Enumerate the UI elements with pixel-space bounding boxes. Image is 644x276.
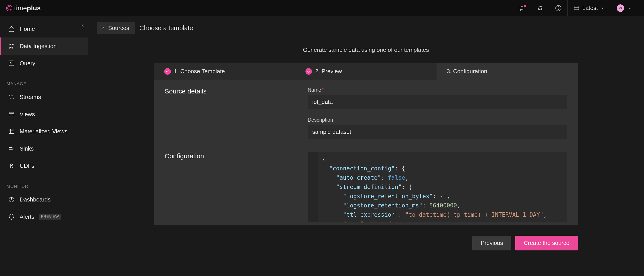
streams-icon bbox=[8, 93, 15, 101]
page-subtitle: Generate sample data using one of our te… bbox=[97, 46, 635, 53]
back-to-sources-button[interactable]: Sources bbox=[97, 22, 135, 34]
sidebar-item-udfs[interactable]: UDFs bbox=[0, 157, 88, 174]
svg-point-8 bbox=[12, 44, 14, 45]
step-preview[interactable]: 2. Preview bbox=[295, 63, 436, 80]
editor-gutter bbox=[308, 152, 318, 223]
logo-text: timeplus bbox=[14, 4, 41, 12]
sidebar-item-label: Views bbox=[20, 111, 35, 118]
sidebar-item-query[interactable]: Query bbox=[0, 55, 88, 72]
svg-rect-12 bbox=[9, 129, 14, 134]
chevron-left-icon bbox=[101, 26, 105, 30]
create-source-button[interactable]: Create the source bbox=[515, 236, 578, 251]
chevron-down-icon bbox=[628, 6, 632, 10]
svg-rect-6 bbox=[574, 6, 579, 9]
svg-rect-11 bbox=[9, 112, 14, 116]
editor-content: { "connection_config": { "auto_create": … bbox=[318, 152, 567, 223]
sidebar-item-label: Dashboards bbox=[20, 196, 50, 203]
step-choose-template[interactable]: 1. Choose Template bbox=[154, 63, 295, 80]
name-input[interactable] bbox=[308, 95, 567, 109]
check-icon bbox=[306, 68, 312, 75]
workspace-icon bbox=[574, 5, 580, 11]
udfs-icon bbox=[8, 162, 15, 170]
logo-icon bbox=[6, 5, 12, 11]
back-label: Sources bbox=[108, 25, 129, 31]
svg-rect-3 bbox=[538, 9, 540, 10]
svg-rect-1 bbox=[540, 6, 542, 7]
workspace-name: Latest bbox=[582, 5, 598, 11]
alerts-icon bbox=[8, 213, 15, 221]
slack-icon bbox=[537, 5, 543, 11]
step-label: 2. Preview bbox=[315, 68, 342, 75]
chevron-left-icon bbox=[80, 23, 86, 27]
step-label: 3. Configuration bbox=[447, 68, 487, 75]
chevron-down-icon bbox=[600, 6, 605, 10]
workspace-selector[interactable]: Latest bbox=[568, 0, 611, 16]
sidebar-item-alerts[interactable]: Alerts PREVIEW bbox=[0, 208, 88, 225]
sidebar-item-dashboards[interactable]: Dashboards bbox=[0, 191, 88, 208]
sidebar-item-streams[interactable]: Streams bbox=[0, 88, 88, 106]
sidebar-item-label: UDFs bbox=[20, 162, 34, 169]
sidebar-item-label: Materialized Views bbox=[20, 128, 67, 135]
sidebar-section-monitor: MONITOR bbox=[0, 181, 88, 191]
sidebar-item-label: Data Ingestion bbox=[20, 43, 57, 50]
sinks-icon bbox=[8, 145, 15, 152]
sidebar-item-label: Streams bbox=[20, 94, 41, 100]
svg-point-5 bbox=[558, 9, 558, 10]
previous-button[interactable]: Previous bbox=[472, 236, 511, 251]
home-icon bbox=[8, 25, 15, 33]
sidebar-item-label: Alerts bbox=[20, 213, 34, 220]
avatar: W bbox=[617, 4, 624, 12]
matviews-icon bbox=[8, 128, 15, 135]
description-label: Description bbox=[308, 117, 567, 123]
name-label: Name* bbox=[308, 87, 567, 93]
collapse-sidebar-button[interactable] bbox=[78, 20, 88, 30]
sidebar-item-data-ingestion[interactable]: Data Ingestion bbox=[0, 37, 88, 55]
help-button[interactable] bbox=[549, 0, 568, 16]
source-details-heading: Source details bbox=[165, 87, 288, 139]
user-menu[interactable]: W bbox=[611, 0, 638, 16]
sidebar-section-manage: MANAGE bbox=[0, 78, 88, 88]
page-title: Choose a template bbox=[139, 24, 193, 32]
views-icon bbox=[8, 110, 15, 118]
dashboards-icon bbox=[8, 196, 15, 203]
configuration-heading: Configuration bbox=[165, 152, 288, 223]
svg-point-9 bbox=[9, 47, 10, 48]
query-icon bbox=[8, 59, 15, 67]
sidebar-item-materialized-views[interactable]: Materialized Views bbox=[0, 123, 88, 140]
sidebar-item-sinks[interactable]: Sinks bbox=[0, 140, 88, 157]
preview-badge: PREVIEW bbox=[38, 214, 61, 220]
svg-point-7 bbox=[9, 44, 10, 45]
config-json-editor[interactable]: { "connection_config": { "auto_create": … bbox=[308, 152, 567, 223]
ingestion-icon bbox=[8, 42, 15, 50]
step-label: 1. Choose Template bbox=[174, 68, 225, 75]
notification-dot bbox=[524, 5, 526, 7]
slack-button[interactable] bbox=[531, 0, 549, 16]
svg-rect-2 bbox=[541, 7, 542, 10]
check-icon bbox=[164, 68, 171, 75]
sidebar-item-label: Home bbox=[20, 25, 35, 32]
sidebar-item-label: Query bbox=[20, 60, 35, 67]
step-configuration[interactable]: 3. Configuration bbox=[436, 63, 578, 80]
sidebar-item-views[interactable]: Views bbox=[0, 106, 88, 123]
sidebar-item-home[interactable]: Home bbox=[0, 20, 88, 37]
sidebar-item-label: Sinks bbox=[20, 145, 34, 152]
help-icon bbox=[555, 5, 562, 11]
description-input[interactable] bbox=[308, 125, 567, 139]
announcements-button[interactable] bbox=[512, 0, 531, 16]
app-logo[interactable]: timeplus bbox=[6, 4, 41, 12]
